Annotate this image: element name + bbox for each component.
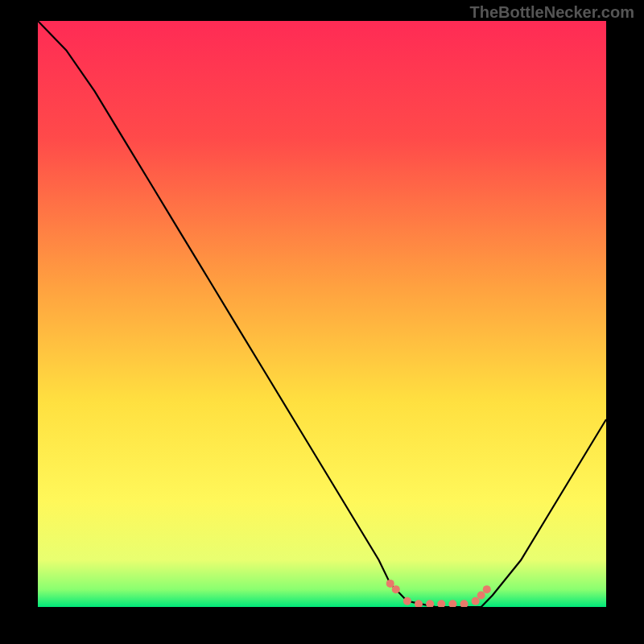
chart-area [38,21,606,607]
svg-rect-0 [38,21,606,607]
background-gradient [38,21,606,607]
watermark-text: TheBottleNecker.com [469,3,634,22]
